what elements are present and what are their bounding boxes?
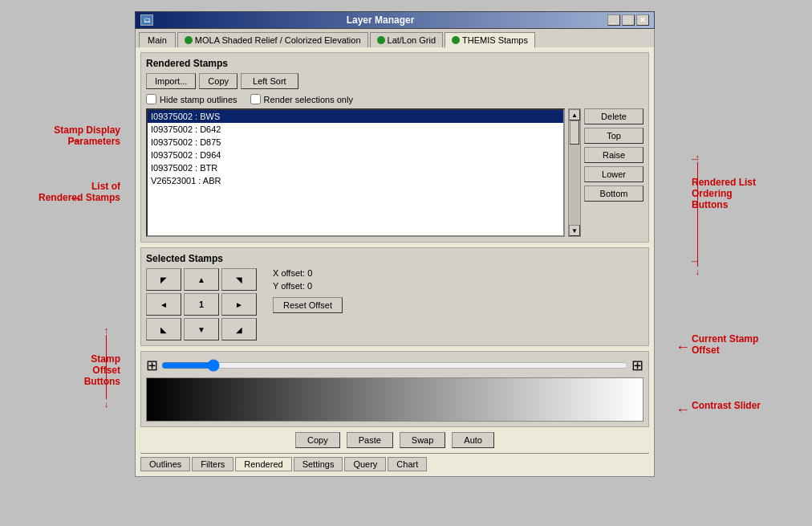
selected-stamps-panel: Selected Stamps ◤ ▲ ◥ ◄ 1 ► ◣ ▼ ◢ (140, 247, 649, 346)
selected-stamps-inner: ◤ ▲ ◥ ◄ 1 ► ◣ ▼ ◢ X offset: 0 Y offset: … (146, 268, 644, 340)
list-item[interactable]: I09375002 : D642 (148, 123, 563, 136)
tab-main[interactable]: Main (139, 32, 176, 47)
title-bar-buttons: _ □ ✕ (607, 14, 649, 26)
scroll-thumb[interactable] (570, 120, 579, 145)
gradient-box (146, 377, 644, 422)
window: 🗂 Layer Manager _ □ ✕ Main MOLA Shaded R… (135, 11, 655, 477)
raise-button[interactable]: Raise (584, 147, 644, 163)
paste-button[interactable]: Paste (347, 432, 393, 448)
tab-mola-dot (185, 36, 193, 44)
hide-outlines-label[interactable]: Hide stamp outlines (146, 94, 238, 104)
tab-themis[interactable]: THEMIS Stamps (445, 32, 535, 48)
annotation-arrow-list-rendered: → (68, 190, 83, 207)
tab-settings[interactable]: Settings (294, 457, 343, 471)
annotation-contrast-slider: Contrast Slider (692, 400, 808, 411)
selected-stamps-title: Selected Stamps (146, 253, 644, 264)
annotation-arrow-stamp-display: → (68, 133, 83, 149)
offset-down-btn[interactable]: ▼ (184, 318, 219, 340)
list-item[interactable]: I09375002 : BTR (148, 161, 563, 174)
annotation-line-to-ordering-bottom: ─ (692, 257, 697, 266)
list-item[interactable]: I09375002 : D875 (148, 136, 563, 149)
copy-rendered-button[interactable]: Copy (199, 73, 238, 89)
maximize-button[interactable]: □ (622, 14, 635, 26)
scroll-down-btn[interactable]: ▼ (569, 225, 580, 236)
slider-right-icon: ⊞ (631, 357, 644, 374)
top-button[interactable]: Top (584, 128, 644, 144)
tab-latlon-dot (377, 36, 385, 44)
tab-filters[interactable]: Filters (192, 457, 233, 471)
slider-left-icon: ⊞ (146, 357, 158, 374)
offset-center-btn[interactable]: 1 (184, 293, 219, 316)
annotation-rendered-list-ordering: Rendered List Ordering Buttons (692, 177, 808, 210)
swap-button[interactable]: Swap (400, 432, 446, 448)
copy-action-button[interactable]: Copy (295, 432, 340, 448)
annotation-list-rendered: List of Rendered Stamps (4, 181, 120, 203)
tab-themis-dot (452, 36, 460, 44)
minimize-button[interactable]: _ (607, 14, 620, 26)
stamps-scrollbar[interactable]: ▲ ▼ (568, 108, 581, 237)
offset-ul-btn[interactable]: ◤ (146, 268, 181, 291)
order-buttons: Delete Top Raise Lower Bottom (584, 108, 644, 237)
auto-button[interactable]: Auto (452, 432, 494, 448)
rendered-stamps-title: Rendered Stamps (146, 58, 644, 69)
tab-outlines[interactable]: Outlines (140, 457, 190, 471)
scroll-up-btn[interactable]: ▲ (569, 109, 580, 120)
list-item[interactable]: I09375002 : D964 (148, 149, 563, 161)
annotation-arrow-contrast: ← (676, 402, 690, 418)
scroll-track (569, 120, 580, 225)
tab-query[interactable]: Query (344, 457, 386, 471)
y-offset-label: Y offset: 0 (273, 281, 644, 291)
title-bar-title: Layer Manager (153, 14, 607, 26)
stamps-list-area: I09375002 : BWS I09375002 : D642 I093750… (146, 108, 644, 237)
annotation-stamp-display: Stamp Display Parameters (4, 124, 120, 147)
tab-rendered[interactable]: Rendered (235, 457, 291, 471)
tab-mola[interactable]: MOLA Shaded Relief / Colorized Elevation (177, 32, 368, 47)
annotation-current-stamp-offset: Current Stamp Offset (692, 333, 808, 356)
offset-right-btn[interactable]: ► (221, 293, 257, 316)
import-button[interactable]: Import... (146, 73, 196, 89)
offset-dl-btn[interactable]: ◣ (146, 318, 181, 340)
main-content: Rendered Stamps Import... Copy Left Sort… (135, 47, 655, 477)
action-buttons-row: Copy Paste Swap Auto (140, 432, 649, 448)
offset-dr-btn[interactable]: ◢ (221, 318, 257, 340)
x-offset-label: X offset: 0 (273, 268, 644, 278)
render-selections-label[interactable]: Render selections only (250, 94, 353, 104)
reset-offset-button[interactable]: Reset Offset (273, 297, 343, 313)
window-icon: 🗂 (140, 14, 153, 26)
title-bar: 🗂 Layer Manager _ □ ✕ (135, 11, 655, 29)
checkboxes-row: Hide stamp outlines Render selections on… (146, 94, 644, 104)
delete-button[interactable]: Delete (584, 108, 644, 124)
offset-up-btn[interactable]: ▲ (184, 268, 219, 291)
render-selections-checkbox[interactable] (250, 94, 261, 104)
annotation-line-to-ordering-top: ─ (692, 155, 697, 164)
annotation-vline-stamp-offset: ↑ ↓ (104, 325, 109, 409)
contrast-slider[interactable] (161, 359, 628, 372)
bottom-button[interactable]: Bottom (584, 186, 644, 202)
annotation-arrow-current-stamp: ← (676, 339, 690, 356)
lower-button[interactable]: Lower (584, 166, 644, 182)
tab-row: Main MOLA Shaded Relief / Colorized Elev… (135, 29, 655, 47)
contrast-area: ⊞ ⊞ (140, 351, 649, 427)
tab-latlon[interactable]: Lat/Lon Grid (370, 32, 444, 47)
rendered-stamps-panel: Rendered Stamps Import... Copy Left Sort… (140, 52, 649, 243)
offset-grid: ◤ ▲ ◥ ◄ 1 ► ◣ ▼ ◢ (146, 268, 257, 340)
close-button[interactable]: ✕ (636, 14, 649, 26)
offset-left-btn[interactable]: ◄ (146, 293, 181, 316)
offset-ur-btn[interactable]: ◥ (221, 268, 257, 291)
rendered-stamps-btn-row: Import... Copy Left Sort (146, 73, 644, 89)
list-item[interactable]: I09375002 : BWS (148, 110, 563, 123)
tab-chart[interactable]: Chart (388, 457, 427, 471)
annotation-stamp-offset: Stamp Offset Buttons (4, 353, 120, 387)
stamps-list[interactable]: I09375002 : BWS I09375002 : D642 I093750… (146, 108, 565, 237)
left-sort-button[interactable]: Left Sort (241, 73, 298, 89)
offset-info: X offset: 0 Y offset: 0 Reset Offset (273, 268, 644, 313)
slider-row: ⊞ ⊞ (146, 357, 644, 374)
bottom-tab-row: Outlines Filters Rendered Settings Query… (140, 453, 649, 471)
list-item[interactable]: V26523001 : ABR (148, 174, 563, 187)
hide-outlines-checkbox[interactable] (146, 94, 156, 104)
